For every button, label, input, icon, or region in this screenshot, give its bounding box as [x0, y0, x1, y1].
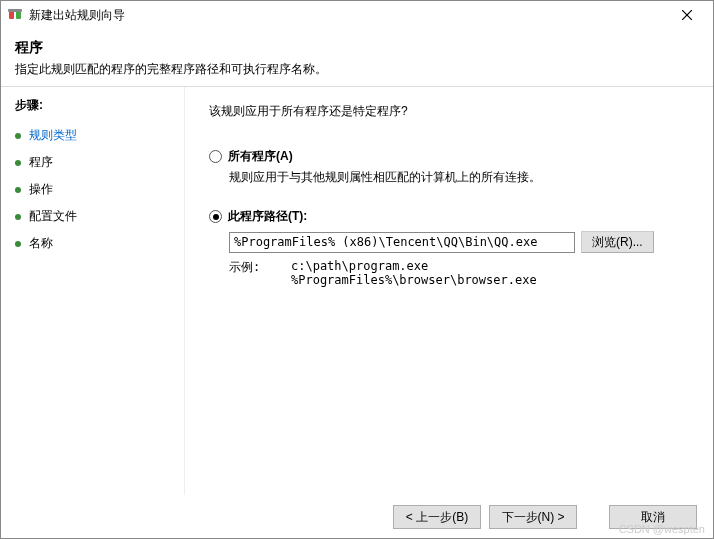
header: 程序 指定此规则匹配的程序的完整程序路径和可执行程序名称。	[1, 29, 713, 87]
example-label: 示例:	[229, 259, 261, 287]
question-text: 该规则应用于所有程序还是特定程序?	[209, 103, 689, 120]
titlebar: 新建出站规则向导	[1, 1, 713, 29]
window-title: 新建出站规则向导	[29, 7, 667, 24]
bullet-icon	[15, 187, 21, 193]
sidebar: 步骤: 规则类型 程序 操作 配置文件 名称	[1, 87, 185, 495]
option-label: 此程序路径(T):	[228, 208, 307, 225]
step-name[interactable]: 名称	[15, 230, 170, 257]
svg-rect-0	[9, 11, 14, 19]
watermark: CSDN @wespten	[619, 523, 705, 535]
option-all-programs: 所有程序(A) 规则应用于与其他规则属性相匹配的计算机上的所有连接。	[209, 148, 689, 186]
option-description: 规则应用于与其他规则属性相匹配的计算机上的所有连接。	[229, 169, 689, 186]
bullet-icon	[15, 214, 21, 220]
program-path-input[interactable]	[229, 232, 575, 253]
bullet-icon	[15, 133, 21, 139]
example-line: c:\path\program.exe	[291, 259, 537, 273]
step-profile[interactable]: 配置文件	[15, 203, 170, 230]
step-label: 名称	[29, 235, 53, 252]
bullet-icon	[15, 160, 21, 166]
radio-all-programs[interactable]	[209, 150, 222, 163]
step-program[interactable]: 程序	[15, 149, 170, 176]
step-label: 操作	[29, 181, 53, 198]
close-button[interactable]	[667, 3, 707, 27]
step-label: 配置文件	[29, 208, 77, 225]
radio-this-program[interactable]	[209, 210, 222, 223]
app-icon	[7, 7, 23, 23]
browse-button[interactable]: 浏览(R)...	[581, 231, 654, 253]
step-label: 程序	[29, 154, 53, 171]
svg-rect-2	[8, 9, 22, 12]
step-rule-type[interactable]: 规则类型	[15, 122, 170, 149]
bullet-icon	[15, 241, 21, 247]
step-label: 规则类型	[29, 127, 77, 144]
option-label: 所有程序(A)	[228, 148, 293, 165]
page-title: 程序	[15, 39, 699, 57]
svg-rect-1	[16, 11, 21, 19]
back-button[interactable]: < 上一步(B)	[393, 505, 481, 529]
example-block: 示例: c:\path\program.exe %ProgramFiles%\b…	[229, 259, 689, 287]
content: 该规则应用于所有程序还是特定程序? 所有程序(A) 规则应用于与其他规则属性相匹…	[185, 87, 713, 495]
example-line: %ProgramFiles%\browser\browser.exe	[291, 273, 537, 287]
page-description: 指定此规则匹配的程序的完整程序路径和可执行程序名称。	[15, 61, 699, 78]
option-this-program: 此程序路径(T): 浏览(R)... 示例: c:\path\program.e…	[209, 208, 689, 287]
step-action[interactable]: 操作	[15, 176, 170, 203]
footer: < 上一步(B) 下一步(N) > 取消	[1, 495, 713, 539]
steps-heading: 步骤:	[15, 97, 170, 114]
body: 步骤: 规则类型 程序 操作 配置文件 名称 该规则应用于所有程序还是特定程序?…	[1, 87, 713, 495]
next-button[interactable]: 下一步(N) >	[489, 505, 577, 529]
